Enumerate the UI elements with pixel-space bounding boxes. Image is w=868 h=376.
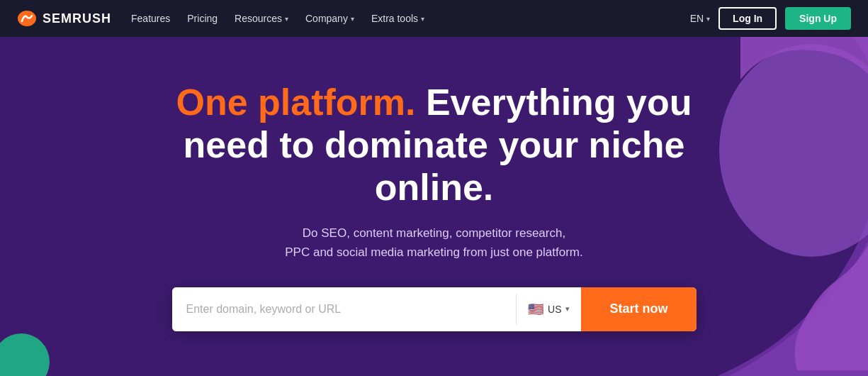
extra-tools-chevron-icon: ▾ — [421, 15, 424, 23]
nav-right: EN ▾ Log In Sign Up — [690, 7, 851, 30]
semrush-logo-icon — [17, 10, 37, 27]
search-input[interactable] — [172, 287, 517, 331]
logo[interactable]: SEMRUSH — [17, 10, 111, 27]
signup-button[interactable]: Sign Up — [785, 7, 851, 30]
nav-extra-tools[interactable]: Extra tools ▾ — [371, 13, 424, 24]
svg-point-0 — [18, 11, 36, 26]
country-selector[interactable]: 🇺🇸 US ▾ — [517, 287, 581, 331]
nav-features[interactable]: Features — [131, 13, 170, 24]
nav-resources[interactable]: Resources ▾ — [235, 13, 288, 24]
us-flag-icon: 🇺🇸 — [528, 302, 543, 317]
resources-chevron-icon: ▾ — [285, 15, 288, 23]
teal-accent — [0, 333, 50, 376]
logo-text: SEMRUSH — [43, 11, 111, 26]
navbar: SEMRUSH Features Pricing Resources ▾ Com… — [0, 0, 868, 37]
search-bar: 🇺🇸 US ▾ Start now — [172, 287, 697, 331]
country-chevron-icon: ▾ — [565, 304, 570, 314]
nav-links: Features Pricing Resources ▾ Company ▾ E… — [131, 13, 670, 24]
hero-headline-orange: One platform. — [176, 82, 415, 123]
nav-pricing[interactable]: Pricing — [187, 13, 218, 24]
company-chevron-icon: ▾ — [351, 15, 354, 23]
hero-headline: One platform. Everything you need to dom… — [130, 82, 739, 209]
start-now-button[interactable]: Start now — [581, 287, 696, 331]
hero-section: One platform. Everything you need to dom… — [0, 37, 868, 376]
login-button[interactable]: Log In — [718, 7, 777, 30]
hero-subtext: Do SEO, content marketing, competitor re… — [285, 223, 582, 262]
language-selector[interactable]: EN ▾ — [690, 13, 710, 24]
nav-company[interactable]: Company ▾ — [305, 13, 354, 24]
lang-chevron-icon: ▾ — [706, 15, 710, 23]
